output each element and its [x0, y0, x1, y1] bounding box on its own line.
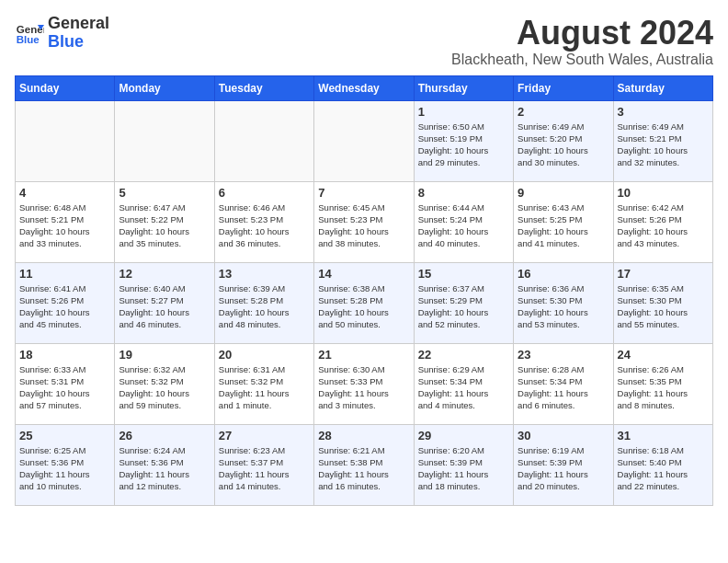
week-row-2: 4Sunrise: 6:48 AM Sunset: 5:21 PM Daylig… — [16, 181, 713, 262]
day-info: Sunrise: 6:37 AM Sunset: 5:29 PM Dayligh… — [418, 282, 509, 331]
calendar-cell: 4Sunrise: 6:48 AM Sunset: 5:21 PM Daylig… — [16, 181, 115, 262]
day-number: 28 — [318, 429, 409, 442]
day-of-week-thursday: Thursday — [414, 75, 513, 100]
day-info: Sunrise: 6:42 AM Sunset: 5:26 PM Dayligh… — [618, 201, 709, 250]
day-header-row: SundayMondayTuesdayWednesdayThursdayFrid… — [16, 75, 713, 100]
day-info: Sunrise: 6:33 AM Sunset: 5:31 PM Dayligh… — [19, 363, 110, 412]
day-number: 9 — [518, 186, 609, 200]
calendar-cell: 25Sunrise: 6:25 AM Sunset: 5:36 PM Dayli… — [16, 424, 115, 505]
calendar-cell: 13Sunrise: 6:39 AM Sunset: 5:28 PM Dayli… — [214, 262, 313, 343]
calendar-cell: 21Sunrise: 6:30 AM Sunset: 5:33 PM Dayli… — [314, 343, 414, 424]
day-number: 13 — [219, 267, 310, 281]
calendar-cell: 2Sunrise: 6:49 AM Sunset: 5:20 PM Daylig… — [514, 100, 613, 181]
week-row-5: 25Sunrise: 6:25 AM Sunset: 5:36 PM Dayli… — [16, 424, 713, 505]
logo: General Blue General Blue — [15, 15, 109, 52]
calendar-cell: 19Sunrise: 6:32 AM Sunset: 5:32 PM Dayli… — [115, 343, 214, 424]
day-number: 5 — [119, 186, 210, 200]
day-info: Sunrise: 6:44 AM Sunset: 5:24 PM Dayligh… — [418, 201, 509, 250]
logo-blue: Blue — [48, 32, 84, 51]
calendar-cell: 28Sunrise: 6:21 AM Sunset: 5:38 PM Dayli… — [314, 424, 414, 505]
day-of-week-monday: Monday — [115, 75, 214, 100]
logo-icon: General Blue — [15, 18, 44, 48]
day-info: Sunrise: 6:30 AM Sunset: 5:33 PM Dayligh… — [318, 363, 409, 412]
day-number: 18 — [19, 348, 110, 362]
week-row-3: 11Sunrise: 6:41 AM Sunset: 5:26 PM Dayli… — [16, 262, 713, 343]
day-number: 30 — [518, 429, 609, 442]
day-number: 16 — [518, 267, 609, 281]
day-info: Sunrise: 6:26 AM Sunset: 5:35 PM Dayligh… — [618, 363, 709, 412]
day-info: Sunrise: 6:46 AM Sunset: 5:23 PM Dayligh… — [219, 201, 310, 250]
day-info: Sunrise: 6:20 AM Sunset: 5:39 PM Dayligh… — [418, 444, 509, 493]
calendar-cell: 24Sunrise: 6:26 AM Sunset: 5:35 PM Dayli… — [613, 343, 712, 424]
day-number: 11 — [19, 267, 110, 281]
day-number: 19 — [119, 348, 210, 362]
day-info: Sunrise: 6:29 AM Sunset: 5:34 PM Dayligh… — [418, 363, 509, 412]
day-info: Sunrise: 6:49 AM Sunset: 5:20 PM Dayligh… — [518, 121, 609, 169]
day-number: 10 — [618, 186, 709, 200]
day-info: Sunrise: 6:43 AM Sunset: 5:25 PM Dayligh… — [518, 201, 609, 250]
week-row-1: 1Sunrise: 6:50 AM Sunset: 5:19 PM Daylig… — [16, 100, 713, 181]
day-info: Sunrise: 6:19 AM Sunset: 5:39 PM Dayligh… — [518, 444, 609, 493]
day-of-week-wednesday: Wednesday — [314, 75, 414, 100]
day-info: Sunrise: 6:50 AM Sunset: 5:19 PM Dayligh… — [418, 121, 509, 169]
logo-general: General — [48, 14, 109, 32]
day-info: Sunrise: 6:39 AM Sunset: 5:28 PM Dayligh… — [219, 282, 310, 331]
day-number: 12 — [119, 267, 210, 281]
day-number: 26 — [119, 429, 210, 442]
week-row-4: 18Sunrise: 6:33 AM Sunset: 5:31 PM Dayli… — [16, 343, 713, 424]
logo-text: General Blue — [48, 15, 109, 52]
calendar-cell: 12Sunrise: 6:40 AM Sunset: 5:27 PM Dayli… — [115, 262, 214, 343]
day-info: Sunrise: 6:25 AM Sunset: 5:36 PM Dayligh… — [19, 444, 110, 493]
calendar-body: 1Sunrise: 6:50 AM Sunset: 5:19 PM Daylig… — [16, 100, 713, 505]
day-number: 4 — [19, 186, 110, 200]
calendar-title: August 2024 — [451, 15, 713, 52]
day-number: 7 — [318, 186, 409, 200]
day-info: Sunrise: 6:21 AM Sunset: 5:38 PM Dayligh… — [318, 444, 409, 493]
day-info: Sunrise: 6:45 AM Sunset: 5:23 PM Dayligh… — [318, 201, 409, 250]
day-number: 24 — [618, 348, 709, 362]
calendar-subtitle: Blackheath, New South Wales, Australia — [451, 52, 713, 68]
day-number: 27 — [219, 429, 310, 442]
calendar-cell: 15Sunrise: 6:37 AM Sunset: 5:29 PM Dayli… — [414, 262, 513, 343]
calendar-cell: 20Sunrise: 6:31 AM Sunset: 5:32 PM Dayli… — [214, 343, 313, 424]
calendar-cell: 3Sunrise: 6:49 AM Sunset: 5:21 PM Daylig… — [613, 100, 712, 181]
day-info: Sunrise: 6:24 AM Sunset: 5:36 PM Dayligh… — [119, 444, 210, 493]
day-number: 31 — [618, 429, 709, 442]
calendar-cell: 5Sunrise: 6:47 AM Sunset: 5:22 PM Daylig… — [115, 181, 214, 262]
day-number: 20 — [219, 348, 310, 362]
calendar-cell: 8Sunrise: 6:44 AM Sunset: 5:24 PM Daylig… — [414, 181, 513, 262]
day-of-week-saturday: Saturday — [613, 75, 712, 100]
day-info: Sunrise: 6:35 AM Sunset: 5:30 PM Dayligh… — [618, 282, 709, 331]
day-number: 1 — [418, 105, 509, 119]
calendar-cell: 10Sunrise: 6:42 AM Sunset: 5:26 PM Dayli… — [613, 181, 712, 262]
day-number: 14 — [318, 267, 409, 281]
page-header: General Blue General Blue August 2024 Bl… — [15, 15, 713, 68]
calendar-cell: 6Sunrise: 6:46 AM Sunset: 5:23 PM Daylig… — [214, 181, 313, 262]
calendar-cell: 29Sunrise: 6:20 AM Sunset: 5:39 PM Dayli… — [414, 424, 513, 505]
calendar-table: SundayMondayTuesdayWednesdayThursdayFrid… — [15, 75, 713, 506]
day-info: Sunrise: 6:49 AM Sunset: 5:21 PM Dayligh… — [618, 121, 709, 169]
calendar-cell: 7Sunrise: 6:45 AM Sunset: 5:23 PM Daylig… — [314, 181, 414, 262]
calendar-cell: 27Sunrise: 6:23 AM Sunset: 5:37 PM Dayli… — [214, 424, 313, 505]
day-info: Sunrise: 6:28 AM Sunset: 5:34 PM Dayligh… — [518, 363, 609, 412]
calendar-cell — [16, 100, 115, 181]
calendar-cell — [115, 100, 214, 181]
calendar-cell: 17Sunrise: 6:35 AM Sunset: 5:30 PM Dayli… — [613, 262, 712, 343]
calendar-cell: 30Sunrise: 6:19 AM Sunset: 5:39 PM Dayli… — [514, 424, 613, 505]
day-info: Sunrise: 6:23 AM Sunset: 5:37 PM Dayligh… — [219, 444, 310, 493]
day-info: Sunrise: 6:47 AM Sunset: 5:22 PM Dayligh… — [119, 201, 210, 250]
svg-text:Blue: Blue — [17, 33, 40, 44]
calendar-cell: 14Sunrise: 6:38 AM Sunset: 5:28 PM Dayli… — [314, 262, 414, 343]
day-info: Sunrise: 6:41 AM Sunset: 5:26 PM Dayligh… — [19, 282, 110, 331]
day-info: Sunrise: 6:31 AM Sunset: 5:32 PM Dayligh… — [219, 363, 310, 412]
calendar-cell: 31Sunrise: 6:18 AM Sunset: 5:40 PM Dayli… — [613, 424, 712, 505]
calendar-header: SundayMondayTuesdayWednesdayThursdayFrid… — [16, 75, 713, 100]
calendar-cell: 9Sunrise: 6:43 AM Sunset: 5:25 PM Daylig… — [514, 181, 613, 262]
day-of-week-friday: Friday — [514, 75, 613, 100]
calendar-cell: 11Sunrise: 6:41 AM Sunset: 5:26 PM Dayli… — [16, 262, 115, 343]
day-number: 22 — [418, 348, 509, 362]
day-number: 23 — [518, 348, 609, 362]
day-number: 15 — [418, 267, 509, 281]
day-number: 8 — [418, 186, 509, 200]
calendar-cell — [214, 100, 313, 181]
